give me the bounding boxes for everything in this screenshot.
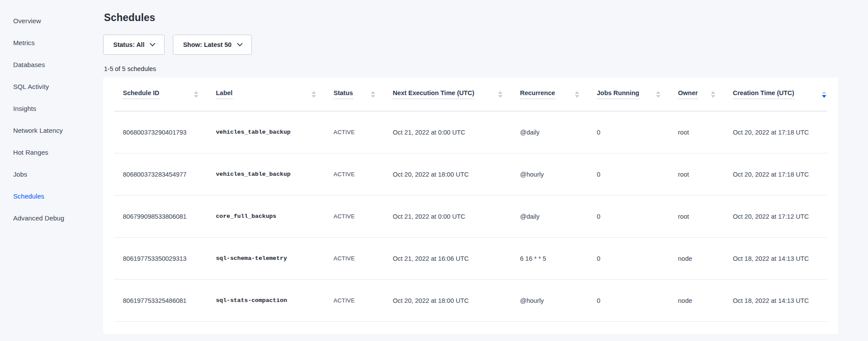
show-filter-dropdown[interactable]: Show: Latest 50 [173, 35, 251, 55]
sort-icon[interactable] [711, 91, 715, 98]
show-filter-label: Show: Latest 50 [183, 41, 231, 48]
schedule-id-cell: 806197753350029313 [114, 255, 216, 262]
next-execution-cell: Oct 20, 2022 at 18:00 UTC [393, 171, 520, 178]
next-execution-cell: Oct 20, 2022 at 18:00 UTC [393, 297, 520, 304]
jobs-running-cell: 0 [597, 297, 678, 304]
table-row: 806197753350029313 sql-schema-telemetry … [114, 238, 827, 280]
status-cell: ACTIVE [334, 297, 393, 304]
jobs-running-cell: 0 [597, 171, 678, 178]
owner-cell: root [678, 213, 733, 220]
schedule-id-cell: 806800373290401793 [114, 129, 216, 136]
status-cell: ACTIVE [334, 171, 393, 178]
chevron-down-icon [150, 41, 155, 46]
table-row: 806799098533806081 core_full_backups ACT… [114, 195, 827, 238]
sidebar-item-jobs[interactable]: Jobs [0, 163, 103, 185]
status-cell: ACTIVE [334, 255, 393, 262]
schedule-label-cell: vehicles_table_backup [216, 171, 334, 178]
status-filter-label: Status: All [113, 41, 144, 48]
sidebar-item-metrics[interactable]: Metrics [0, 32, 103, 53]
creation-time-cell: Oct 18, 2022 at 14:13 UTC [733, 255, 827, 262]
creation-time-cell: Oct 20, 2022 at 17:18 UTC [733, 171, 827, 178]
sort-icon[interactable] [312, 91, 316, 98]
column-label: Status [334, 89, 353, 99]
recurrence-cell: @hourly [520, 297, 597, 304]
column-label: Creation Time (UTC) [733, 89, 794, 99]
schedule-id-cell: 806800373283454977 [114, 171, 216, 178]
status-filter-dropdown[interactable]: Status: All [103, 35, 165, 55]
column-header-creation-time[interactable]: Creation Time (UTC) [733, 78, 827, 111]
owner-cell: root [678, 171, 733, 178]
sort-icon[interactable] [194, 91, 198, 98]
schedule-label-cell: core_full_backups [216, 213, 334, 220]
schedule-label-cell: sql-schema-telemetry [216, 255, 334, 262]
page-title: Schedules [104, 11, 868, 24]
sidebar-item-sql-activity[interactable]: SQL Activity [0, 75, 103, 97]
status-cell: ACTIVE [334, 129, 393, 135]
column-header-next-execution-time[interactable]: Next Execution Time (UTC) [393, 78, 520, 111]
next-execution-cell: Oct 21, 2022 at 16:06 UTC [393, 255, 520, 262]
schedule-id-cell: 806197753325486081 [114, 297, 216, 304]
sort-icon[interactable] [575, 91, 579, 98]
table-header-row: Schedule ID Label Status Next Execution … [114, 78, 827, 111]
schedules-table-card: Schedule ID Label Status Next Execution … [103, 78, 838, 334]
table-row: 806800373283454977 vehicles_table_backup… [114, 153, 827, 195]
status-cell: ACTIVE [334, 213, 393, 220]
column-label: Recurrence [520, 89, 555, 99]
creation-time-cell: Oct 20, 2022 at 17:12 UTC [733, 213, 827, 220]
creation-time-cell: Oct 20, 2022 at 17:18 UTC [733, 129, 827, 136]
sidebar-item-hot-ranges[interactable]: Hot Ranges [0, 141, 103, 163]
sort-desc-icon[interactable] [822, 91, 826, 98]
column-label: Schedule ID [123, 89, 159, 99]
owner-cell: node [678, 297, 733, 304]
next-execution-cell: Oct 21, 2022 at 0:00 UTC [393, 213, 520, 220]
sort-icon[interactable] [498, 91, 502, 98]
schedule-label-cell: sql-stats-compaction [216, 297, 334, 304]
recurrence-cell: @daily [520, 213, 597, 220]
schedule-id-cell: 806799098533806081 [114, 213, 216, 220]
jobs-running-cell: 0 [597, 129, 678, 136]
table-row: 806197753325486081 sql-stats-compaction … [114, 280, 827, 322]
recurrence-cell: @hourly [520, 171, 597, 178]
jobs-running-cell: 0 [597, 213, 678, 220]
owner-cell: root [678, 129, 733, 136]
column-header-owner[interactable]: Owner [678, 78, 733, 111]
sidebar-item-network-latency[interactable]: Network Latency [0, 119, 103, 141]
creation-time-cell: Oct 18, 2022 at 14:13 UTC [733, 297, 827, 304]
table-row: 806800373290401793 vehicles_table_backup… [114, 111, 827, 153]
chevron-down-icon [237, 41, 243, 46]
schedule-label-cell: vehicles_table_backup [216, 129, 334, 135]
column-label: Label [216, 89, 233, 99]
results-summary: 1-5 of 5 schedules [104, 65, 868, 72]
column-header-jobs-running[interactable]: Jobs Running [597, 78, 678, 111]
sidebar-item-overview[interactable]: Overview [0, 10, 103, 32]
column-label: Next Execution Time (UTC) [393, 89, 474, 99]
recurrence-cell: 6 16 * * 5 [520, 255, 597, 262]
app-window: Overview Metrics Databases SQL Activity … [0, 0, 868, 341]
column-header-schedule-id[interactable]: Schedule ID [114, 78, 216, 111]
column-header-status[interactable]: Status [334, 78, 393, 111]
sort-icon[interactable] [371, 91, 375, 98]
sidebar-item-databases[interactable]: Databases [0, 53, 103, 75]
sidebar-item-insights[interactable]: Insights [0, 97, 103, 119]
column-header-recurrence[interactable]: Recurrence [520, 78, 597, 111]
column-label: Owner [678, 89, 698, 99]
sidebar-nav: Overview Metrics Databases SQL Activity … [0, 0, 103, 341]
sidebar-item-advanced-debug[interactable]: Advanced Debug [0, 207, 103, 229]
owner-cell: node [678, 255, 733, 262]
filter-bar: Status: All Show: Latest 50 [103, 35, 868, 55]
next-execution-cell: Oct 21, 2022 at 0:00 UTC [393, 129, 520, 136]
column-label: Jobs Running [597, 89, 639, 99]
sidebar-item-schedules[interactable]: Schedules [0, 185, 103, 207]
main-content: Schedules Status: All Show: Latest 50 1-… [103, 0, 868, 341]
jobs-running-cell: 0 [597, 255, 678, 262]
sort-icon[interactable] [656, 91, 660, 98]
column-header-label[interactable]: Label [216, 78, 334, 111]
recurrence-cell: @daily [520, 129, 597, 136]
